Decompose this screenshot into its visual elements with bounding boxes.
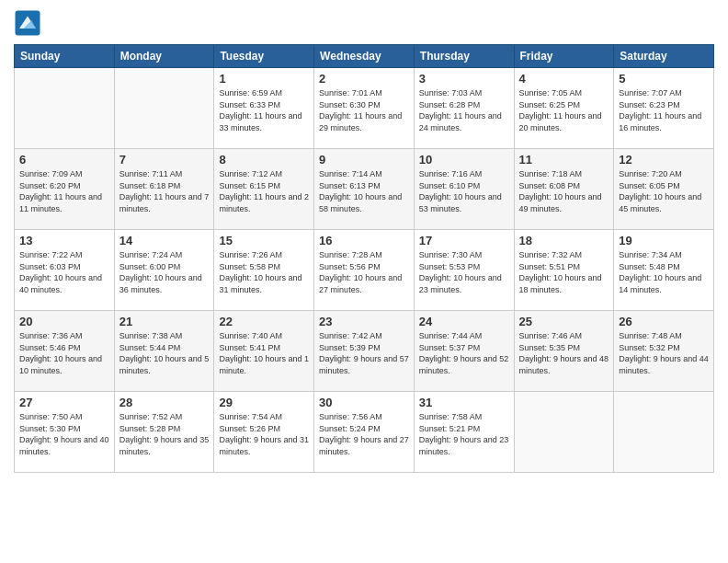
day-number: 12 (619, 153, 709, 167)
calendar-day-cell: 2 Sunrise: 7:01 AMSunset: 6:30 PMDayligh… (314, 68, 415, 149)
calendar-day-cell: 14 Sunrise: 7:24 AMSunset: 6:00 PMDaylig… (114, 230, 214, 311)
day-number: 5 (619, 72, 709, 86)
day-info: Sunrise: 7:54 AMSunset: 5:26 PMDaylight:… (219, 411, 309, 457)
calendar-day-cell: 29 Sunrise: 7:54 AMSunset: 5:26 PMDaylig… (214, 392, 314, 473)
weekday-header: Saturday (614, 45, 714, 68)
day-info: Sunrise: 7:22 AMSunset: 6:03 PMDaylight:… (19, 249, 109, 295)
day-number: 7 (119, 153, 210, 167)
day-info: Sunrise: 7:14 AMSunset: 6:13 PMDaylight:… (319, 168, 409, 214)
calendar-day-cell: 30 Sunrise: 7:56 AMSunset: 5:24 PMDaylig… (314, 392, 415, 473)
calendar-day-cell: 19 Sunrise: 7:34 AMSunset: 5:48 PMDaylig… (614, 230, 714, 311)
day-info: Sunrise: 7:18 AMSunset: 6:08 PMDaylight:… (519, 168, 609, 214)
day-number: 11 (519, 153, 609, 167)
day-info: Sunrise: 7:36 AMSunset: 5:46 PMDaylight:… (19, 330, 109, 376)
calendar-day-cell (114, 68, 214, 149)
calendar-day-cell: 23 Sunrise: 7:42 AMSunset: 5:39 PMDaylig… (314, 311, 415, 392)
weekday-header: Thursday (414, 45, 514, 68)
day-number: 2 (319, 72, 409, 86)
day-number: 10 (419, 153, 509, 167)
calendar-week-row: 20 Sunrise: 7:36 AMSunset: 5:46 PMDaylig… (15, 311, 714, 392)
day-number: 27 (19, 396, 109, 409)
day-info: Sunrise: 7:42 AMSunset: 5:39 PMDaylight:… (319, 330, 409, 376)
calendar-day-cell: 3 Sunrise: 7:03 AMSunset: 6:28 PMDayligh… (414, 68, 514, 149)
day-number: 3 (419, 72, 509, 86)
weekday-header: Wednesday (314, 45, 415, 68)
day-info: Sunrise: 6:59 AMSunset: 6:33 PMDaylight:… (219, 87, 309, 133)
day-number: 29 (219, 396, 309, 409)
day-info: Sunrise: 7:03 AMSunset: 6:28 PMDaylight:… (419, 87, 509, 133)
day-number: 1 (219, 72, 309, 86)
calendar-day-cell: 10 Sunrise: 7:16 AMSunset: 6:10 PMDaylig… (414, 149, 514, 230)
calendar-day-cell: 25 Sunrise: 7:46 AMSunset: 5:35 PMDaylig… (514, 311, 614, 392)
calendar-day-cell: 4 Sunrise: 7:05 AMSunset: 6:25 PMDayligh… (514, 68, 614, 149)
calendar-day-cell: 28 Sunrise: 7:52 AMSunset: 5:28 PMDaylig… (114, 392, 214, 473)
calendar: SundayMondayTuesdayWednesdayThursdayFrid… (14, 44, 714, 473)
day-number: 23 (319, 315, 409, 328)
day-number: 13 (19, 234, 109, 247)
day-number: 31 (419, 396, 509, 409)
day-number: 30 (319, 396, 409, 409)
day-info: Sunrise: 7:46 AMSunset: 5:35 PMDaylight:… (519, 330, 609, 376)
day-info: Sunrise: 7:26 AMSunset: 5:58 PMDaylight:… (219, 249, 309, 295)
calendar-day-cell: 11 Sunrise: 7:18 AMSunset: 6:08 PMDaylig… (514, 149, 614, 230)
day-info: Sunrise: 7:20 AMSunset: 6:05 PMDaylight:… (619, 168, 709, 214)
day-info: Sunrise: 7:50 AMSunset: 5:30 PMDaylight:… (19, 411, 109, 457)
day-number: 8 (219, 153, 309, 167)
logo-icon (14, 9, 41, 37)
calendar-day-cell: 21 Sunrise: 7:38 AMSunset: 5:44 PMDaylig… (114, 311, 214, 392)
calendar-week-row: 27 Sunrise: 7:50 AMSunset: 5:30 PMDaylig… (15, 392, 714, 473)
page-header (14, 9, 714, 37)
day-info: Sunrise: 7:58 AMSunset: 5:21 PMDaylight:… (419, 411, 509, 457)
weekday-header: Tuesday (214, 45, 314, 68)
calendar-day-cell: 16 Sunrise: 7:28 AMSunset: 5:56 PMDaylig… (314, 230, 415, 311)
day-info: Sunrise: 7:07 AMSunset: 6:23 PMDaylight:… (619, 87, 709, 133)
calendar-day-cell: 8 Sunrise: 7:12 AMSunset: 6:15 PMDayligh… (214, 149, 314, 230)
day-number: 4 (519, 72, 609, 86)
day-number: 6 (19, 153, 109, 167)
day-number: 19 (619, 234, 709, 247)
calendar-week-row: 6 Sunrise: 7:09 AMSunset: 6:20 PMDayligh… (15, 149, 714, 230)
calendar-day-cell: 12 Sunrise: 7:20 AMSunset: 6:05 PMDaylig… (614, 149, 714, 230)
calendar-day-cell: 6 Sunrise: 7:09 AMSunset: 6:20 PMDayligh… (15, 149, 115, 230)
weekday-header: Monday (114, 45, 214, 68)
calendar-day-cell: 7 Sunrise: 7:11 AMSunset: 6:18 PMDayligh… (114, 149, 214, 230)
day-number: 22 (219, 315, 309, 328)
day-info: Sunrise: 7:09 AMSunset: 6:20 PMDaylight:… (19, 168, 109, 214)
calendar-day-cell: 24 Sunrise: 7:44 AMSunset: 5:37 PMDaylig… (414, 311, 514, 392)
calendar-day-cell: 1 Sunrise: 6:59 AMSunset: 6:33 PMDayligh… (214, 68, 314, 149)
day-number: 28 (119, 396, 210, 409)
day-number: 21 (119, 315, 210, 328)
day-number: 25 (519, 315, 609, 328)
calendar-week-row: 1 Sunrise: 6:59 AMSunset: 6:33 PMDayligh… (15, 68, 714, 149)
day-number: 18 (519, 234, 609, 247)
day-info: Sunrise: 7:34 AMSunset: 5:48 PMDaylight:… (619, 249, 709, 295)
day-number: 17 (419, 234, 509, 247)
day-number: 26 (619, 315, 709, 328)
day-info: Sunrise: 7:01 AMSunset: 6:30 PMDaylight:… (319, 87, 409, 133)
weekday-header-row: SundayMondayTuesdayWednesdayThursdayFrid… (15, 45, 714, 68)
calendar-day-cell (614, 392, 714, 473)
day-info: Sunrise: 7:24 AMSunset: 6:00 PMDaylight:… (119, 249, 210, 295)
weekday-header: Friday (514, 45, 614, 68)
calendar-day-cell: 9 Sunrise: 7:14 AMSunset: 6:13 PMDayligh… (314, 149, 415, 230)
calendar-day-cell: 22 Sunrise: 7:40 AMSunset: 5:41 PMDaylig… (214, 311, 314, 392)
day-info: Sunrise: 7:40 AMSunset: 5:41 PMDaylight:… (219, 330, 309, 376)
day-info: Sunrise: 7:16 AMSunset: 6:10 PMDaylight:… (419, 168, 509, 214)
day-info: Sunrise: 7:56 AMSunset: 5:24 PMDaylight:… (319, 411, 409, 457)
day-info: Sunrise: 7:28 AMSunset: 5:56 PMDaylight:… (319, 249, 409, 295)
calendar-day-cell: 27 Sunrise: 7:50 AMSunset: 5:30 PMDaylig… (15, 392, 115, 473)
day-number: 14 (119, 234, 210, 247)
calendar-day-cell (15, 68, 115, 149)
day-info: Sunrise: 7:52 AMSunset: 5:28 PMDaylight:… (119, 411, 210, 457)
calendar-day-cell: 13 Sunrise: 7:22 AMSunset: 6:03 PMDaylig… (15, 230, 115, 311)
day-info: Sunrise: 7:48 AMSunset: 5:32 PMDaylight:… (619, 330, 709, 376)
day-number: 16 (319, 234, 409, 247)
calendar-day-cell: 5 Sunrise: 7:07 AMSunset: 6:23 PMDayligh… (614, 68, 714, 149)
day-info: Sunrise: 7:30 AMSunset: 5:53 PMDaylight:… (419, 249, 509, 295)
calendar-day-cell: 31 Sunrise: 7:58 AMSunset: 5:21 PMDaylig… (414, 392, 514, 473)
day-info: Sunrise: 7:44 AMSunset: 5:37 PMDaylight:… (419, 330, 509, 376)
day-number: 24 (419, 315, 509, 328)
calendar-day-cell: 17 Sunrise: 7:30 AMSunset: 5:53 PMDaylig… (414, 230, 514, 311)
day-number: 9 (319, 153, 409, 167)
calendar-day-cell: 26 Sunrise: 7:48 AMSunset: 5:32 PMDaylig… (614, 311, 714, 392)
